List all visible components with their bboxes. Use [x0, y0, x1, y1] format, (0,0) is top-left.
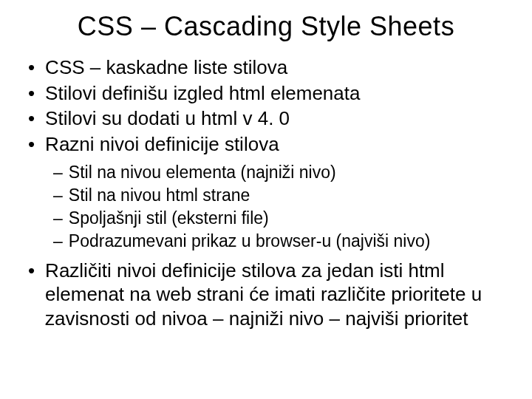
bullet-item: • Razni nivoi definicije stilova: [28, 132, 510, 157]
bullet-text: Stilovi su dodati u html v 4. 0: [45, 106, 510, 131]
bullet-marker-icon: •: [28, 106, 35, 131]
bullet-item: • Stilovi su dodati u html v 4. 0: [28, 106, 510, 131]
dash-marker-icon: –: [53, 162, 63, 184]
bullet-text: Različiti nivoi definicije stilova za je…: [45, 259, 510, 331]
bullet-text: CSS – kaskadne liste stilova: [45, 55, 510, 80]
sub-item-text: Stil na nivou elementa (najniži nivo): [69, 162, 510, 184]
bullet-marker-icon: •: [28, 259, 35, 283]
bullet-text: Stilovi definišu izgled html elemenata: [45, 81, 510, 106]
sub-item: – Stil na nivou html strane: [53, 185, 510, 207]
sub-item: – Podrazumevani prikaz u browser-u (najv…: [53, 231, 510, 253]
final-bullet-list: • Različiti nivoi definicije stilova za …: [22, 259, 510, 331]
bullet-item: • Različiti nivoi definicije stilova za …: [28, 259, 510, 331]
bullet-marker-icon: •: [28, 81, 35, 106]
main-bullet-list: • CSS – kaskadne liste stilova • Stilovi…: [22, 55, 510, 156]
bullet-marker-icon: •: [28, 55, 35, 80]
bullet-item: • CSS – kaskadne liste stilova: [28, 55, 510, 80]
sub-bullet-list: – Stil na nivou elementa (najniži nivo) …: [22, 162, 510, 253]
sub-item-text: Spoljašnji stil (eksterni file): [69, 208, 510, 230]
dash-marker-icon: –: [53, 208, 63, 230]
sub-item-text: Podrazumevani prikaz u browser-u (najviš…: [69, 231, 510, 253]
dash-marker-icon: –: [53, 231, 63, 253]
bullet-item: • Stilovi definišu izgled html elemenata: [28, 81, 510, 106]
sub-item: – Spoljašnji stil (eksterni file): [53, 208, 510, 230]
bullet-marker-icon: •: [28, 132, 35, 157]
sub-item: – Stil na nivou elementa (najniži nivo): [53, 162, 510, 184]
slide-title: CSS – Cascading Style Sheets: [22, 11, 510, 42]
dash-marker-icon: –: [53, 185, 63, 207]
sub-item-text: Stil na nivou html strane: [69, 185, 510, 207]
bullet-text: Razni nivoi definicije stilova: [45, 132, 510, 157]
